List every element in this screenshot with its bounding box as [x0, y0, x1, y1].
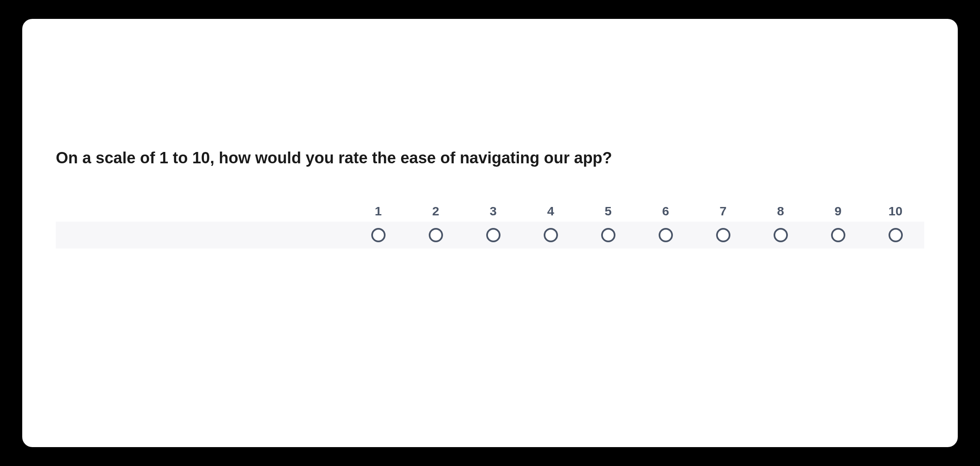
scale-radio-item-10 [867, 228, 924, 242]
scale-label-1: 1 [349, 204, 407, 218]
scale-label-10: 10 [867, 204, 924, 218]
scale-label-5: 5 [579, 204, 637, 218]
scale-radio-item-5 [579, 228, 637, 242]
scale-radio-item-6 [637, 228, 694, 242]
survey-card: On a scale of 1 to 10, how would you rat… [22, 19, 958, 447]
scale-label-2: 2 [407, 204, 464, 218]
rating-scale: 1 2 3 4 5 6 7 8 9 10 [56, 201, 924, 249]
scale-radio-item-2 [407, 228, 464, 242]
scale-radios-row [56, 222, 924, 249]
radio-option-5[interactable] [601, 228, 615, 242]
radio-option-6[interactable] [659, 228, 673, 242]
scale-radio-item-3 [464, 228, 522, 242]
scale-radio-item-1 [349, 228, 407, 242]
radio-option-7[interactable] [716, 228, 730, 242]
scale-label-7: 7 [694, 204, 752, 218]
scale-radio-item-9 [809, 228, 867, 242]
radio-option-1[interactable] [371, 228, 386, 242]
scale-label-3: 3 [464, 204, 522, 218]
scale-radio-item-4 [522, 228, 579, 242]
radio-option-4[interactable] [544, 228, 558, 242]
scale-radio-item-8 [752, 228, 809, 242]
scale-label-4: 4 [522, 204, 579, 218]
question-title: On a scale of 1 to 10, how would you rat… [56, 149, 924, 167]
radio-option-9[interactable] [831, 228, 845, 242]
scale-labels-row: 1 2 3 4 5 6 7 8 9 10 [56, 201, 924, 222]
scale-label-8: 8 [752, 204, 809, 218]
scale-label-9: 9 [809, 204, 867, 218]
radio-option-3[interactable] [486, 228, 500, 242]
radio-option-2[interactable] [429, 228, 443, 242]
scale-label-6: 6 [637, 204, 694, 218]
radio-option-10[interactable] [889, 228, 903, 242]
scale-radio-item-7 [694, 228, 752, 242]
radio-option-8[interactable] [774, 228, 788, 242]
